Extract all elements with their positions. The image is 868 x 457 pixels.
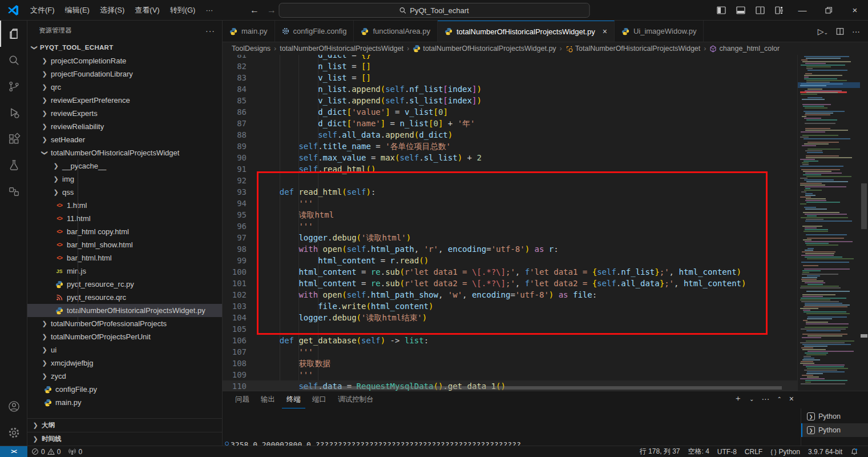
run-debug-icon[interactable]: [0, 99, 27, 126]
terminal-dropdown-icon[interactable]: ⌄: [749, 396, 754, 402]
new-terminal-icon[interactable]: ＋: [734, 394, 742, 404]
nav-forward-icon[interactable]: →: [267, 5, 276, 15]
tree-item-bar_html_copy.html[interactable]: <>bar_html copy.html: [27, 225, 222, 238]
terminal-instance-python[interactable]: ❯Python: [801, 423, 868, 437]
settings-gear-icon[interactable]: [0, 419, 27, 446]
breadcrumb-item[interactable]: ToolDesigns: [232, 45, 271, 53]
code-editor[interactable]: 81 d_dict = {}82 n_list = []83 v_list = …: [223, 55, 868, 391]
tree-item-totalNumberOfProfessionalProjects[interactable]: ❯totalNumberOfProfessionalProjects: [27, 317, 222, 330]
tree-item-xmcjdwjefbjg[interactable]: ❯xmcjdwjefbjg: [27, 356, 222, 370]
tree-item-min.js[interactable]: JSmin.js: [27, 264, 222, 278]
terminal-instance-python[interactable]: ❯Python: [801, 410, 868, 423]
minimize-button[interactable]: —: [789, 0, 815, 21]
horizontal-scrollbar[interactable]: [223, 385, 797, 391]
timeline-section[interactable]: ❯ 时间线: [27, 432, 222, 446]
tree-item-totalNumberOfProjectsPerUnit[interactable]: ❯totalNumberOfProjectsPerUnit: [27, 330, 222, 343]
close-tab-icon[interactable]: ×: [603, 27, 607, 36]
toggle-sidebar-icon[interactable]: [712, 0, 731, 21]
encoding[interactable]: UTF-8: [713, 446, 741, 457]
panel-tab-问题[interactable]: 问题: [231, 391, 254, 408]
close-button[interactable]: ×: [842, 0, 868, 21]
breadcrumb-item[interactable]: totalNumberOfHistoricalProjectsWidget.py: [413, 45, 556, 53]
nav-back-icon[interactable]: ←: [250, 5, 259, 15]
breadcrumb-item[interactable]: TotalNumberOfHistoricalProjectsWidget: [566, 45, 701, 53]
panel-maximize-icon[interactable]: ⌃: [777, 396, 781, 402]
search-icon[interactable]: [0, 47, 27, 73]
menu-s[interactable]: 选择(S): [95, 3, 130, 18]
tree-item-projectCompletionRate[interactable]: ❯projectCompletionRate: [27, 54, 222, 67]
line-number: 85: [231, 95, 247, 106]
panel-tab-端口[interactable]: 端口: [308, 391, 331, 408]
language-mode[interactable]: { } Python: [766, 446, 804, 457]
tab-functionalArea.py[interactable]: functionalArea.py: [354, 21, 437, 42]
menu-[interactable]: ···: [200, 3, 218, 18]
explorer-more-icon[interactable]: ···: [205, 26, 215, 35]
tree-item-bar_html.html[interactable]: <>bar_html.html: [27, 251, 222, 264]
command-center-search[interactable]: PyQt_Tool_echart: [278, 3, 590, 18]
breadcrumb-item[interactable]: change_html_color: [709, 45, 780, 53]
eol-sequence[interactable]: CRLF: [741, 446, 766, 457]
tree-item-configFile.py[interactable]: configFile.py: [27, 383, 222, 396]
tree-item-zycd[interactable]: ❯zycd: [27, 370, 222, 383]
tree-item-1.html[interactable]: <>1.html: [27, 199, 222, 212]
restore-button[interactable]: [815, 0, 842, 21]
split-editor-icon[interactable]: [836, 27, 844, 35]
tab-totalNumberOfHistoricalProjectsWidget.py[interactable]: totalNumberOfHistoricalProjectsWidget.py…: [438, 21, 615, 42]
problems-status[interactable]: 0 0: [27, 446, 64, 457]
tree-item-reviewExperts[interactable]: ❯reviewExperts: [27, 107, 222, 120]
tree-item-img[interactable]: ❯img: [27, 173, 222, 186]
chevron-down-icon: ❯: [41, 150, 49, 157]
breadcrumb-item[interactable]: totalNumberOfHistoricalProjectsWidget: [280, 45, 403, 53]
references-icon[interactable]: [0, 178, 27, 205]
remote-indicator[interactable]: ><: [0, 446, 27, 457]
menu-f[interactable]: 文件(F): [25, 3, 60, 18]
tree-item-totalNumberOfHistoricalProjectsWidget[interactable]: ❯totalNumberOfHistoricalProjectsWidget: [27, 146, 222, 159]
extensions-icon[interactable]: [0, 126, 27, 152]
outline-section[interactable]: ❯ 大纲: [27, 418, 222, 432]
tree-item-projectFoundationLibrary[interactable]: ❯projectFoundationLibrary: [27, 67, 222, 81]
indentation[interactable]: 空格: 4: [684, 446, 713, 457]
tree-item-ui[interactable]: ❯ui: [27, 343, 222, 356]
minimap[interactable]: [797, 55, 860, 391]
workspace-root[interactable]: ❯ PYQT_TOOL_ECHART: [27, 41, 222, 54]
tree-item-__pycache__[interactable]: ❯__pycache__: [27, 159, 222, 173]
tree-item-qss[interactable]: ❯qss: [27, 186, 222, 199]
panel-tab-终端[interactable]: 终端: [282, 391, 305, 408]
cursor-position[interactable]: 行 178, 列 37: [636, 446, 684, 457]
toggle-panel-icon[interactable]: [731, 0, 750, 21]
tree-item-reviewExpertPreference[interactable]: ❯reviewExpertPreference: [27, 94, 222, 107]
run-python-file-icon[interactable]: ▷⌄: [818, 27, 828, 36]
tree-item-bar_html_show.html[interactable]: <>bar_html_show.html: [27, 238, 222, 251]
testing-icon[interactable]: [0, 152, 27, 178]
tree-item-reviewReliability[interactable]: ❯reviewReliability: [27, 120, 222, 133]
broadcast-status[interactable]: 0: [64, 446, 86, 457]
code-line-93: 93 def read_html(self):: [223, 186, 797, 198]
panel-more-icon[interactable]: ···: [761, 394, 769, 403]
menu-v[interactable]: 查看(V): [130, 3, 164, 18]
panel-tab-输出[interactable]: 输出: [256, 391, 280, 408]
source-control-icon[interactable]: [0, 73, 27, 99]
python-interpreter[interactable]: 3.9.7 64-bit: [804, 446, 846, 457]
vertical-scrollbar[interactable]: [860, 55, 868, 391]
terminal-output[interactable]: 3258.0 200002800.0 ?????????????????????…: [223, 408, 801, 446]
explorer-icon[interactable]: [0, 21, 27, 47]
tab-main.py[interactable]: main.py: [223, 21, 275, 42]
menu-g[interactable]: 转到(G): [165, 3, 201, 18]
customize-layout-icon[interactable]: [770, 0, 789, 21]
tree-item-main.py[interactable]: main.py: [27, 396, 222, 409]
editor-more-icon[interactable]: ···: [852, 27, 860, 36]
tree-item-setHeader[interactable]: ❯setHeader: [27, 133, 222, 146]
tree-item-pyqt_resource_rc.py[interactable]: pyqt_resource_rc.py: [27, 278, 222, 291]
menu-e[interactable]: 编辑(E): [60, 3, 95, 18]
tab-Ui_imageWidow.py[interactable]: Ui_imageWidow.py: [615, 21, 704, 42]
tab-configFile.config[interactable]: configFile.config: [275, 21, 354, 42]
panel-close-icon[interactable]: ×: [789, 394, 794, 403]
toggle-secondary-sidebar-icon[interactable]: [750, 0, 770, 21]
tree-item-pyqt_resource.qrc[interactable]: pyqt_resource.qrc: [27, 291, 222, 304]
notifications-bell[interactable]: [846, 446, 862, 457]
tree-item-qrc[interactable]: ❯qrc: [27, 81, 222, 94]
panel-tab-调试控制台[interactable]: 调试控制台: [333, 391, 378, 408]
tree-item-11.html[interactable]: <>11.html: [27, 212, 222, 225]
account-icon[interactable]: [0, 393, 27, 419]
tree-item-totalNumberOfHistoricalProjectsWidget.py[interactable]: totalNumberOfHistoricalProjectsWidget.py: [27, 304, 222, 317]
